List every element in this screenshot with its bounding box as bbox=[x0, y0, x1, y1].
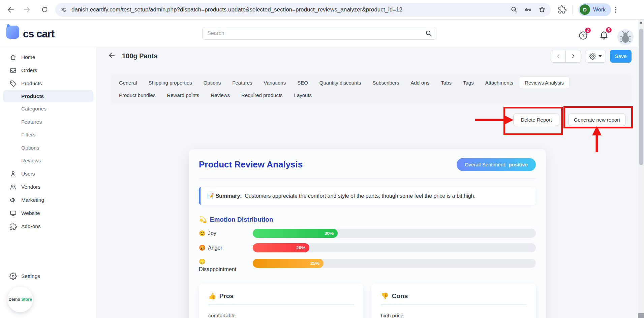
tab-reward-points[interactable]: Reward points bbox=[161, 89, 205, 101]
url-text[interactable]: danish.ecartify.com/test_setup/admin.php… bbox=[71, 6, 504, 13]
generate-new-report-button[interactable]: Generate new report bbox=[568, 114, 626, 126]
cons-item: high price bbox=[381, 313, 526, 318]
chevron-down-icon bbox=[599, 55, 602, 57]
home-icon bbox=[9, 54, 17, 61]
tab-layouts[interactable]: Layouts bbox=[288, 89, 318, 101]
report-title: Product Review Analysis bbox=[199, 159, 303, 170]
svg-text:?: ? bbox=[582, 33, 585, 38]
sidebar-subitem-categories[interactable]: Categories bbox=[0, 102, 96, 116]
emotion-label: Disappointment bbox=[199, 265, 253, 273]
sidebar-item-orders[interactable]: Orders bbox=[0, 64, 96, 77]
summary-box: 📝 Summary: Customers appreciate the comf… bbox=[199, 187, 536, 205]
sidebar-subitem-reviews[interactable]: Reviews bbox=[0, 154, 96, 167]
zoom-out-icon[interactable] bbox=[510, 6, 518, 13]
product-nav-group bbox=[551, 50, 581, 63]
demo-store-logo[interactable]: Demo Store bbox=[7, 287, 33, 312]
address-bar[interactable]: danish.ecartify.com/test_setup/admin.php… bbox=[55, 3, 551, 17]
tab-attachments[interactable]: Attachments bbox=[480, 76, 519, 89]
sidebar-subitem-products[interactable]: Products bbox=[3, 90, 93, 102]
tab-variations[interactable]: Variations bbox=[258, 76, 292, 89]
marketing-megaphone-icon bbox=[9, 196, 17, 204]
pros-card: 👍 Pros comfortable bbox=[199, 283, 363, 318]
delete-report-button[interactable]: Delete Report bbox=[513, 114, 559, 126]
tab-required-products[interactable]: Required products bbox=[236, 89, 288, 101]
back-arrow-icon[interactable] bbox=[108, 51, 116, 61]
sidebar-item-users[interactable]: Users bbox=[0, 167, 96, 181]
tab-reviews-analysis[interactable]: Reviews Analysis bbox=[519, 76, 570, 89]
tab-seo[interactable]: SEO bbox=[292, 76, 314, 89]
extensions-icon[interactable] bbox=[558, 5, 566, 14]
overall-sentiment-pill: Overall Sentiment: positive bbox=[457, 158, 536, 171]
browser-forward-icon[interactable] bbox=[20, 3, 34, 17]
emotion-bar-fill-joy: 30% bbox=[253, 229, 338, 238]
sidebar-item-marketing[interactable]: Marketing bbox=[0, 194, 96, 207]
cs-cart-logo[interactable]: cs cart bbox=[6, 26, 54, 39]
sidebar-item-website[interactable]: Website bbox=[0, 207, 96, 220]
tab-product-bundles[interactable]: Product bundles bbox=[113, 89, 161, 101]
sidebar-item-label: Users bbox=[21, 171, 35, 177]
admin-header: cs cart ? 2 5 bbox=[0, 20, 638, 47]
tab-tags[interactable]: Tags bbox=[457, 76, 480, 89]
memo-emoji-icon: 📝 bbox=[207, 193, 214, 199]
settings-dropdown-button[interactable] bbox=[585, 50, 606, 63]
browser-reload-icon[interactable] bbox=[38, 3, 51, 17]
save-button[interactable]: Save bbox=[610, 50, 632, 63]
toolbar-separator bbox=[573, 5, 573, 14]
addons-puzzle-icon bbox=[9, 223, 17, 230]
product-tabs: General Shipping properties Options Feat… bbox=[111, 75, 632, 103]
tab-tabs[interactable]: Tabs bbox=[435, 76, 457, 89]
pros-heading: 👍 Pros bbox=[208, 292, 354, 305]
sentiment-value: positive bbox=[509, 162, 528, 167]
sidebar-item-label: Home bbox=[21, 54, 35, 60]
sidebar-subitem-options[interactable]: Options bbox=[0, 141, 96, 155]
users-icon bbox=[9, 170, 17, 178]
emotion-bar-fill-anger: 20% bbox=[253, 243, 309, 252]
emotion-percent: 25% bbox=[310, 261, 319, 266]
sidebar-item-addons[interactable]: Add-ons bbox=[0, 220, 96, 233]
sidebar-item-label: Add-ons bbox=[21, 223, 41, 229]
site-info-icon[interactable] bbox=[60, 6, 67, 13]
notifications-badge: 5 bbox=[605, 27, 612, 33]
scrollbar-corner[interactable] bbox=[638, 313, 644, 318]
sidebar-item-vendors[interactable]: Vendors bbox=[0, 181, 96, 194]
browser-toolbar: danish.ecartify.com/test_setup/admin.php… bbox=[0, 0, 644, 20]
orders-icon bbox=[9, 67, 17, 74]
prev-product-button[interactable] bbox=[551, 50, 566, 63]
tab-features[interactable]: Features bbox=[226, 76, 258, 89]
browser-profile[interactable]: D Work bbox=[578, 3, 611, 16]
joy-emoji-icon: 😊 bbox=[199, 230, 206, 236]
tab-quantity-discounts[interactable]: Quantity discounts bbox=[314, 76, 367, 89]
bug-avatar[interactable] bbox=[617, 29, 634, 45]
anger-emoji-icon: 😡 bbox=[199, 245, 206, 251]
password-key-icon[interactable] bbox=[524, 6, 532, 14]
sentiment-label: Overall Sentiment: bbox=[465, 162, 506, 167]
tab-options[interactable]: Options bbox=[198, 76, 227, 89]
logo-mark bbox=[6, 26, 19, 39]
sidebar-subitem-filters[interactable]: Filters bbox=[0, 128, 96, 141]
tab-reviews[interactable]: Reviews bbox=[205, 89, 236, 101]
sidebar-item-settings[interactable]: Settings bbox=[0, 269, 96, 283]
search-icon[interactable] bbox=[425, 30, 432, 38]
sidebar-item-label: Vendors bbox=[21, 184, 40, 190]
sidebar-item-home[interactable]: Home bbox=[0, 51, 96, 64]
tab-addons[interactable]: Add-ons bbox=[405, 76, 435, 89]
tab-shipping-properties[interactable]: Shipping properties bbox=[143, 76, 197, 89]
thumbs-up-emoji-icon: 👍 bbox=[208, 292, 216, 300]
bookmark-star-icon[interactable] bbox=[538, 6, 546, 13]
scrollbar-thumb[interactable] bbox=[639, 29, 643, 165]
next-product-button[interactable] bbox=[566, 50, 581, 63]
emotion-bar-track: 20% bbox=[253, 243, 536, 252]
tab-general[interactable]: General bbox=[113, 76, 143, 89]
sidebar-item-products[interactable]: Products bbox=[0, 77, 96, 90]
browser-menu-icon[interactable] bbox=[615, 7, 616, 13]
page-scrollbar[interactable] bbox=[638, 20, 644, 318]
scrollbar-up-arrow[interactable] bbox=[640, 21, 642, 24]
sidebar-item-label: Website bbox=[21, 210, 40, 216]
cons-card: 👎 Cons high price bbox=[371, 283, 536, 318]
page-title: 100g Pants bbox=[122, 52, 158, 60]
search-input[interactable] bbox=[202, 27, 436, 40]
browser-back-icon[interactable] bbox=[4, 3, 18, 17]
emotion-percent: 20% bbox=[296, 245, 305, 250]
tab-subscribers[interactable]: Subscribers bbox=[367, 76, 405, 89]
sidebar-subitem-features[interactable]: Features bbox=[0, 116, 96, 129]
